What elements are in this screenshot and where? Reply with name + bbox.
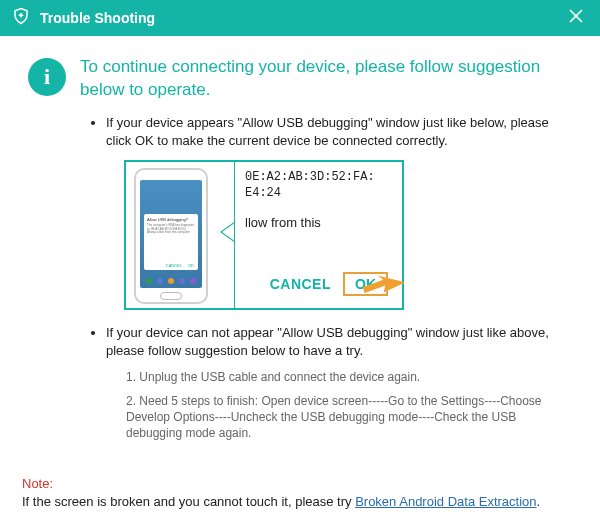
info-icon: i: [28, 58, 66, 96]
dialog-title: Trouble Shooting: [40, 10, 155, 26]
note-label: Note:: [22, 476, 53, 491]
panel-partial-text: llow from this: [245, 215, 392, 230]
sub-steps: 1. Unplug the USB cable and connect the …: [126, 369, 568, 442]
arrow-icon: [362, 268, 404, 300]
broken-android-link[interactable]: Broken Android Data Extraction: [355, 494, 536, 509]
phone-ok: OK: [188, 263, 194, 268]
phone-dialog-title: Allow USB debugging?: [147, 217, 195, 222]
zoom-panel: 0E:A2:AB:3D:52:FA: E4:24 llow from this …: [234, 162, 402, 308]
footer-note: Note: If the screen is broken and you ca…: [22, 475, 572, 511]
phone-dialog-body: The computer's RSA key fingerprint is: 0…: [147, 224, 195, 235]
instruction-item-2: If your device can not appear "Allow USB…: [106, 324, 562, 360]
instruction-item-1: If your device appears "Allow USB debugg…: [106, 114, 562, 150]
usb-debugging-illustration: Allow USB debugging? The computer's RSA …: [124, 160, 404, 310]
instruction-list-2: If your device can not appear "Allow USB…: [106, 324, 568, 360]
cancel-label: CANCEL: [270, 276, 331, 292]
intro-row: i To continue connecting your device, pl…: [28, 56, 568, 102]
troubleshooting-dialog: Trouble Shooting i To continue connectin…: [0, 0, 600, 529]
step-1: 1. Unplug the USB cable and connect the …: [126, 369, 568, 385]
step-2: 2. Need 5 steps to finish: Open device s…: [126, 393, 568, 442]
mac-line-2: E4:24: [245, 186, 281, 200]
close-icon: [569, 9, 583, 27]
instruction-list: If your device appears "Allow USB debugg…: [106, 114, 568, 150]
shield-icon: [12, 7, 30, 29]
mac-line-1: 0E:A2:AB:3D:52:FA:: [245, 170, 375, 184]
note-text-after: .: [537, 494, 541, 509]
titlebar: Trouble Shooting: [0, 0, 600, 36]
phone-mockup: Allow USB debugging? The computer's RSA …: [134, 168, 208, 304]
intro-text: To continue connecting your device, plea…: [80, 56, 568, 102]
content-area: i To continue connecting your device, pl…: [0, 36, 600, 529]
close-button[interactable]: [564, 6, 588, 30]
titlebar-left: Trouble Shooting: [12, 7, 155, 29]
phone-cancel: CANCEL: [166, 263, 182, 268]
note-text-before: If the screen is broken and you cannot t…: [22, 494, 355, 509]
